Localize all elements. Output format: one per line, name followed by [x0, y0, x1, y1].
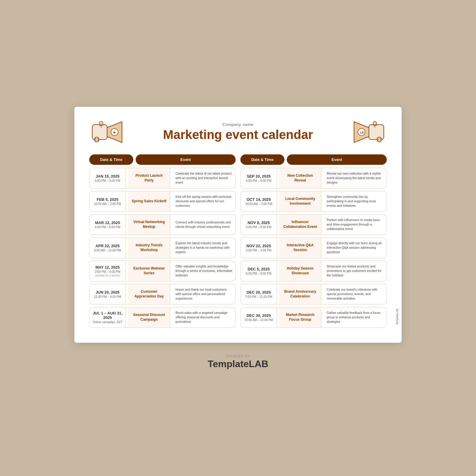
watermark: TemplateLAB: [396, 309, 399, 325]
event-cell: Market Research Focus Group: [279, 307, 321, 328]
table-row: APR 22, 20259:00 AM – 12:00 PMIndustry T…: [89, 237, 236, 258]
date-main: DEC 30, 2025: [247, 313, 271, 318]
right-date-header: Date & Time: [240, 154, 284, 165]
event-name: Local Community Involvement: [282, 197, 319, 206]
brand-lab: LAB: [249, 358, 268, 369]
event-cell: Spring Sales Kickoff: [128, 191, 170, 212]
table-row: NOV 22, 20252:00 PM – 4:00 PMInteractive…: [240, 237, 387, 258]
left-rows: JAN 15, 20256:00 PM – 9:00 PMProduct Lau…: [89, 168, 236, 328]
brand-name: TemplateLAB: [208, 358, 268, 369]
date-time: 10:00 AM – 12:00 PM: [244, 318, 273, 322]
company-name: Company name: [125, 122, 351, 127]
event-name: Industry Trends Workshop: [131, 243, 167, 252]
table-row: MAR 12, 20254:00 PM – 6:00 PMVirtual Net…: [89, 214, 236, 235]
table-row: SEP 10, 20256:00 PM – 8:00 PMNew Collect…: [240, 168, 387, 189]
date-main: MAY 12, 2025: [95, 265, 120, 270]
date-cell: DEC 5, 20256:00 PM – 9:00 PM: [241, 261, 277, 281]
date-main: DEC 5, 2025: [248, 267, 270, 271]
right-illustration: 📢: [351, 119, 387, 145]
date-main: MAR 12, 2025: [95, 220, 120, 225]
date-time: 10:00 AM – 2:00 PM: [94, 202, 121, 206]
date-main: FEB 5, 2025: [97, 197, 118, 202]
date-cell: OCT 14, 202510:00 AM – 3:00 PM: [241, 191, 277, 212]
date-time: Online campaign, 24/7: [93, 320, 122, 324]
date-time: 10:00 AM – 3:00 PM: [245, 202, 272, 206]
event-name: Holiday Season Showcase: [282, 266, 319, 275]
event-name: Seasonal Discount Campaign: [131, 313, 167, 322]
date-time: 5:00 PM – 8:00 PM: [246, 226, 272, 229]
desc-cell: Celebrate the debut of our latest produc…: [173, 168, 235, 188]
event-cell: New Collection Reveal: [279, 168, 321, 188]
left-date-header: Date & Time: [89, 154, 133, 165]
svg-text:▶: ▶: [114, 131, 116, 134]
table-row: DEC 30, 202510:00 AM – 12:00 PMMarket Re…: [240, 307, 387, 328]
right-half: Date & Time Event SEP 10, 20256:00 PM – …: [240, 154, 387, 328]
event-name: Customer Appreciation Day: [131, 289, 167, 299]
table-row: NOV 8, 20255:00 PM – 8:00 PMInfluencer C…: [240, 214, 387, 235]
date-note: (Weekly for 4 weeks): [95, 274, 120, 277]
calendar-title: Marketing event calendar: [125, 128, 351, 142]
event-name: Market Research Focus Group: [282, 313, 319, 322]
desc-cell: Offer valuable insights and knowledge th…: [173, 261, 235, 281]
date-main: DEC 20, 2025: [247, 290, 271, 295]
desc-cell: Strengthen community ties by participati…: [324, 191, 386, 212]
date-main: OCT 14, 2025: [247, 197, 271, 202]
event-cell: Seasonal Discount Campaign: [128, 307, 170, 328]
date-main: SEP 10, 2025: [247, 174, 271, 178]
date-time: 3:00 PM – 4:00 PM: [95, 270, 120, 273]
event-cell: Exclusive Webinar Series: [128, 261, 170, 281]
left-illustration: ▶: [89, 119, 125, 145]
event-name: Brand Anniversary Celebration: [282, 289, 319, 299]
table-row: DEC 20, 20257:00 PM – 11:00 PMBrand Anni…: [240, 284, 387, 305]
event-cell: Holiday Season Showcase: [279, 261, 321, 281]
date-time: 2:00 PM – 4:00 PM: [246, 249, 272, 252]
desc-cell: Reveal our new collection with a stylish…: [324, 168, 386, 188]
created-by-label: CREATED BY: [208, 355, 268, 358]
date-time: 12:00 PM – 4:00 PM: [94, 295, 121, 298]
header: ▶ Company name Marketing event calendar …: [89, 119, 387, 145]
date-main: NOV 8, 2025: [248, 220, 270, 225]
date-cell: DEC 30, 202510:00 AM – 12:00 PM: [241, 307, 277, 328]
table-row: DEC 5, 20256:00 PM – 9:00 PMHoliday Seas…: [240, 261, 387, 281]
date-cell: MAR 12, 20254:00 PM – 6:00 PM: [90, 214, 126, 235]
right-event-header: Event: [287, 154, 387, 165]
svg-point-6: [99, 121, 103, 125]
desc-cell: Showcase our festive products and promot…: [324, 261, 386, 281]
calendar-grid: Date & Time Event JAN 15, 20256:00 PM – …: [89, 154, 387, 328]
event-name: Exclusive Webinar Series: [131, 266, 167, 275]
desc-cell: Connect with industry professionals and …: [173, 214, 235, 235]
date-time: 6:00 PM – 8:00 PM: [246, 179, 272, 182]
event-cell: Local Community Involvement: [279, 191, 321, 212]
desc-cell: Kick off the spring season with exclusiv…: [173, 191, 235, 212]
event-name: Virtual Networking Meetup: [131, 220, 167, 229]
table-row: OCT 14, 202510:00 AM – 3:00 PMLocal Comm…: [240, 191, 387, 212]
date-cell: SEP 10, 20256:00 PM – 8:00 PM: [241, 168, 277, 188]
desc-cell: Partner with influencers to create buzz …: [324, 214, 386, 235]
date-cell: DEC 20, 20257:00 PM – 11:00 PM: [241, 284, 277, 304]
desc-cell: Celebrate our brand's milestone with spe…: [324, 284, 386, 304]
left-event-header: Event: [136, 154, 236, 165]
right-col-headers: Date & Time Event: [240, 154, 387, 165]
date-main: JUN 20, 2025: [95, 290, 119, 295]
date-cell: APR 22, 20259:00 AM – 12:00 PM: [90, 238, 126, 258]
desc-cell: Boost sales with a targeted campaign off…: [173, 307, 235, 328]
date-time: 7:00 PM – 11:00 PM: [245, 295, 272, 298]
desc-cell: Explore the latest industry trends and s…: [173, 238, 235, 258]
date-main: JUL 1 – AUG 31, 2025: [92, 311, 123, 320]
event-cell: Virtual Networking Meetup: [128, 214, 170, 235]
date-cell: JAN 15, 20256:00 PM – 9:00 PM: [90, 168, 126, 188]
event-cell: Product Launch Party: [128, 168, 170, 188]
brand-template: Template: [208, 358, 249, 369]
date-cell: FEB 5, 202510:00 AM – 2:00 PM: [90, 191, 126, 212]
date-cell: JUN 20, 202512:00 PM – 4:00 PM: [90, 284, 126, 304]
date-main: NOV 22, 2025: [246, 244, 271, 248]
table-row: JAN 15, 20256:00 PM – 9:00 PMProduct Lau…: [89, 168, 236, 189]
date-cell: NOV 22, 20252:00 PM – 4:00 PM: [241, 238, 277, 258]
table-row: MAY 12, 20253:00 PM – 4:00 PM(Weekly for…: [89, 261, 236, 281]
table-row: JUL 1 – AUG 31, 2025Online campaign, 24/…: [89, 307, 236, 328]
svg-rect-13: [378, 137, 381, 142]
date-time: 9:00 AM – 12:00 PM: [94, 249, 121, 252]
event-cell: Interactive Q&A Session: [279, 238, 321, 258]
event-cell: Customer Appreciation Day: [128, 284, 170, 304]
svg-rect-11: [369, 125, 384, 140]
